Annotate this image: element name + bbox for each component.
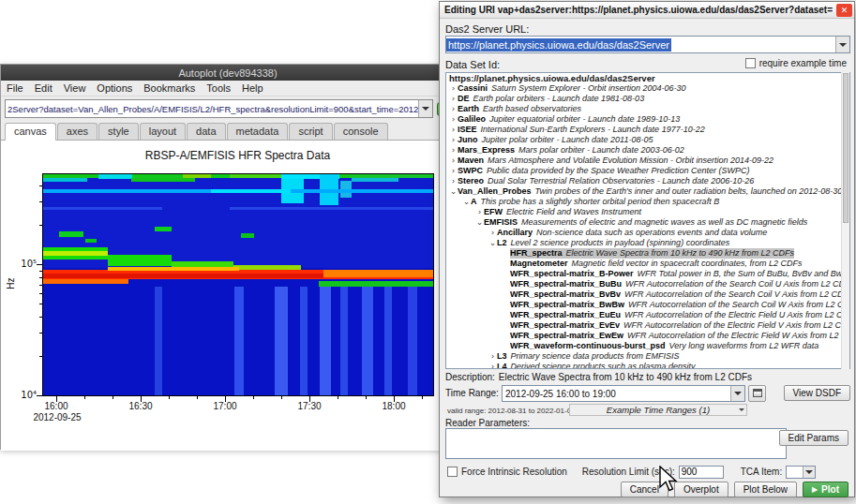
example-time-ranges-combobox[interactable]: Example Time Ranges (1) (569, 404, 747, 416)
chevron-right-icon[interactable]: › (449, 135, 458, 145)
tree-item-DE[interactable]: ›DEEarth polar orbiters - Launch date 19… (446, 94, 849, 104)
menu-help[interactable]: Help (236, 82, 269, 94)
tab-axes[interactable]: axes (57, 123, 98, 140)
menu-bookmarks[interactable]: Bookmarks (138, 82, 201, 94)
tab-data[interactable]: data (187, 123, 225, 140)
tree-item-Juno[interactable]: ›JunoJupiter polar orbiter - Launch date… (446, 135, 849, 145)
chevron-right-icon[interactable]: › (488, 228, 497, 238)
example-time-ranges-label: Example Time Ranges (1) (607, 405, 710, 415)
tree-item-WFR_spectral-matrix_EwEw[interactable]: WFR_spectral-matrix_EwEwWFR Autocorrelat… (446, 331, 849, 341)
tca-item-combobox[interactable] (786, 466, 816, 479)
tree-item-EFW[interactable]: ›EFWElectric Field and Waves Instrument (446, 207, 849, 217)
chevron-down-icon[interactable]: ⌄ (462, 197, 471, 207)
chevron-down-icon[interactable] (835, 37, 849, 52)
tree-item-WFR_spectral-matrix_BvBv[interactable]: WFR_spectral-matrix_BvBvWFR Autocorrelat… (446, 289, 849, 300)
tree-item-name: WFR_waveform-continuous-burst_psd (510, 341, 666, 351)
view-dsdf-button[interactable]: View DSDF (784, 385, 851, 401)
chevron-down-icon[interactable] (418, 100, 432, 117)
chevron-right-icon[interactable]: › (449, 125, 458, 135)
tab-script[interactable]: script (289, 123, 332, 140)
tree-item-Van_Allen_Probes[interactable]: ⌄Van_Allen_ProbesTwin probes of the Eart… (446, 186, 849, 197)
tree-item-Magnetometer[interactable]: MagnetometerMagnetic field vector in spa… (446, 259, 849, 269)
edit-params-button[interactable]: Edit Params (779, 430, 848, 446)
chevron-right-icon[interactable]: › (449, 94, 458, 104)
resolution-limit-input[interactable] (679, 466, 724, 479)
tree-item-Earth[interactable]: ›EarthEarth based observatories (446, 104, 849, 114)
tree-item-Galileo[interactable]: ›GalileoJupiter equatorial orbiter - Lau… (446, 114, 849, 125)
tree-item-name: HFR_spectra (510, 248, 563, 259)
tab-layout[interactable]: layout (140, 123, 186, 140)
tree-item-SWPC[interactable]: ›SWPCPublic data provided by the Space W… (446, 166, 849, 176)
tree-item-Stereo[interactable]: ›StereoDual Solar Terrestrial Relation O… (446, 176, 849, 186)
tree-item-HFR_spectra[interactable]: HFR_spectraElectric Wave Spectra from 10… (446, 248, 849, 259)
menu-view[interactable]: View (58, 82, 92, 94)
chevron-down-icon[interactable]: ⌄ (449, 186, 458, 197)
autoplot-titlebar[interactable]: Autoplot (dev894338) (1, 65, 455, 81)
time-range-combobox[interactable]: 2012-09-25 16:00 to 19:00 (502, 385, 745, 402)
force-intrinsic-checkbox[interactable] (447, 467, 458, 477)
reader-parameters-input[interactable] (445, 428, 787, 459)
require-example-time-checkbox[interactable] (745, 58, 756, 68)
tree-item-name: Mars_Express (458, 145, 515, 156)
calendar-button[interactable] (748, 385, 766, 402)
server-url-combobox[interactable]: https://planet.physics.uiowa.edu/das/das… (445, 36, 850, 53)
tree-item-L2[interactable]: ⌄L2Level 2 science products in payload (… (446, 238, 849, 248)
tree-item-desc: Earth based observatories (483, 104, 581, 114)
uri-combobox[interactable]: 2Server?dataset=Van_Allen_Probes/A/EMFIS… (5, 99, 433, 118)
tree-scrollbar[interactable] (841, 72, 849, 369)
spectrogram[interactable] (37, 171, 440, 406)
tree-item-L3[interactable]: ›L3Primary science data products from EM… (446, 351, 849, 362)
tree-item-Maven[interactable]: ›MavenMars Atmosphere and Volatile Evolu… (446, 156, 849, 166)
tree-item-Mars_Express[interactable]: ›Mars_ExpressMars polar orbiter - Launch… (446, 145, 849, 156)
chevron-right-icon[interactable]: › (449, 176, 458, 186)
chevron-right-icon[interactable]: › (488, 351, 497, 362)
tree-item-EMFISIS[interactable]: ⌄EMFISISMeasurements of electric and mag… (446, 217, 849, 228)
menu-tools[interactable]: Tools (201, 82, 236, 94)
dialog-titlebar[interactable]: Editing URI vap+das2server:https://plane… (440, 2, 854, 19)
tab-metadata[interactable]: metadata (227, 123, 289, 140)
tca-item-label: TCA Item: (741, 467, 782, 477)
overplot-button[interactable]: Overplot (674, 482, 728, 497)
tree-item-A[interactable]: ⌄AThis probe has a slightly shorter orbi… (446, 197, 849, 207)
tree-item-desc: WFR Autocorrelation of the Search Coil V… (624, 289, 849, 300)
tree-item-L4[interactable]: ›L4Derived science products such as plas… (446, 362, 849, 369)
tree-root[interactable]: https://planet.physics.uiowa.edu/das/das… (446, 73, 849, 83)
tree-item-Ancillary[interactable]: ›AncillaryNon-science data such as opera… (446, 228, 849, 238)
menu-options[interactable]: Options (91, 82, 138, 94)
chevron-right-icon[interactable]: › (449, 166, 458, 176)
tree-item-WFR_spectral-matrix_BwBw[interactable]: WFR_spectral-matrix_BwBwWFR Autocorrelat… (446, 300, 849, 310)
tree-item-desc: This probe has a slightly shorter orbita… (481, 197, 720, 207)
tree-item-WFR_spectral-matrix_EvEv[interactable]: WFR_spectral-matrix_EvEvWFR Autocorrelat… (446, 320, 849, 331)
chevron-right-icon[interactable]: › (449, 156, 458, 166)
chevron-down-icon[interactable] (730, 386, 744, 401)
menu-edit[interactable]: Edit (29, 82, 58, 94)
tab-style[interactable]: style (98, 123, 139, 140)
x-tick-label: 18:00 (375, 401, 413, 411)
plot-button[interactable]: ▶ Plot (803, 482, 848, 497)
tree-item-name: ISEE (458, 125, 477, 135)
tree-item-WFR_spectral-matrix_EuEu[interactable]: WFR_spectral-matrix_EuEuWFR Autocorrelat… (446, 310, 849, 320)
tree-item-ISEE[interactable]: ›ISEEInternational Sun-Earth Explorers -… (446, 125, 849, 135)
tree-item-Cassini[interactable]: ›CassiniSaturn System Explorer - Orbit i… (446, 83, 849, 94)
chevron-right-icon[interactable]: › (488, 362, 497, 369)
menu-bar: FileEditViewOptionsBookmarksToolsHelp (1, 81, 455, 96)
uri-bar: 2Server?dataset=Van_Allen_Probes/A/EMFIS… (1, 96, 455, 121)
chevron-right-icon[interactable]: › (449, 145, 458, 156)
tab-console[interactable]: console (334, 123, 388, 140)
chevron-down-icon[interactable]: ⌄ (488, 238, 497, 248)
chevron-down-icon[interactable] (803, 467, 815, 478)
chevron-right-icon[interactable]: › (475, 207, 484, 217)
tree-item-WFR_spectral-matrix_B-Power[interactable]: WFR_spectral-matrix_B-PowerWFR Total pow… (446, 269, 849, 279)
plot-below-button[interactable]: Plot Below (734, 482, 797, 497)
tree-item-WFR_waveform-continuous-burst_psd[interactable]: WFR_waveform-continuous-burst_psdVery lo… (446, 341, 849, 351)
scrollbar-thumb[interactable] (843, 73, 848, 223)
menu-file[interactable]: File (1, 82, 29, 94)
chevron-right-icon[interactable]: › (449, 104, 458, 114)
chevron-right-icon[interactable]: › (449, 114, 458, 125)
calendar-icon (753, 389, 762, 397)
chevron-down-icon[interactable]: ⌄ (475, 217, 484, 228)
close-button[interactable]: ✕ (836, 4, 852, 17)
chevron-right-icon[interactable]: › (449, 83, 458, 94)
tree-item-WFR_spectral-matrix_BuBu[interactable]: WFR_spectral-matrix_BuBuWFR Autocorrelat… (446, 279, 849, 289)
tab-canvas[interactable]: canvas (5, 123, 56, 141)
